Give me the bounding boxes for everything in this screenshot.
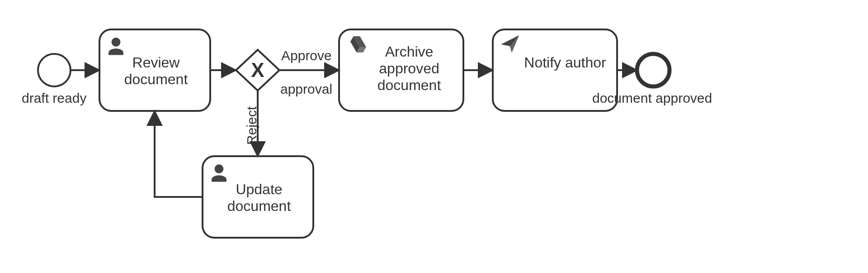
bpmn-diagram: X <box>0 0 868 273</box>
diagram-svg: X <box>0 0 868 273</box>
svg-point-7 <box>637 54 670 86</box>
svg-point-9 <box>215 164 224 173</box>
end-event[interactable] <box>637 54 670 86</box>
svg-point-2 <box>112 38 121 47</box>
start-event[interactable] <box>38 54 71 86</box>
flow-update-to-review <box>155 111 203 197</box>
task-notify[interactable] <box>493 29 617 111</box>
svg-text:X: X <box>251 59 264 81</box>
task-review[interactable] <box>99 29 210 111</box>
task-archive[interactable] <box>339 29 463 111</box>
task-update[interactable] <box>203 156 313 238</box>
gateway-approval[interactable]: X <box>236 50 279 91</box>
svg-point-0 <box>38 54 71 86</box>
